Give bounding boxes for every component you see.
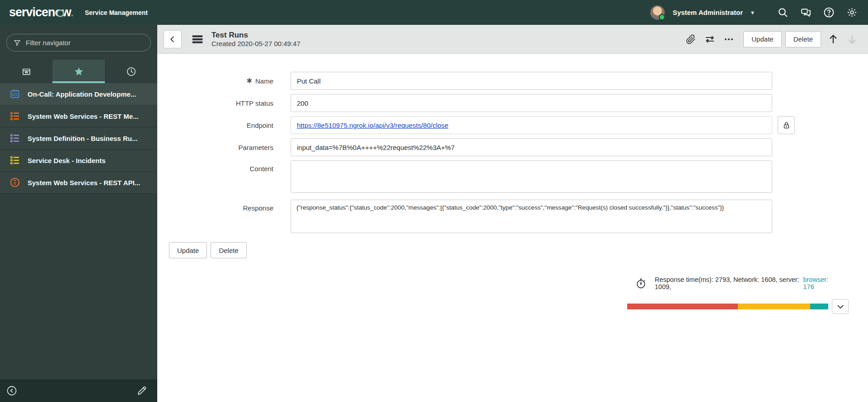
logo-o: o [55, 5, 62, 19]
sidebar-item-label: Service Desk - Incidents [28, 157, 106, 164]
sidebar-item-business-rules[interactable]: System Definition - Business Ru... [0, 127, 157, 150]
page-title: Test Runs [211, 30, 300, 40]
sidebar-item-label: System Web Services - REST API... [28, 179, 140, 187]
expand-timing-button[interactable] [832, 299, 849, 314]
list-icon [9, 110, 21, 122]
response-label: Response [243, 200, 273, 212]
tab-favorites[interactable] [52, 60, 105, 83]
pencil-icon[interactable] [136, 385, 147, 396]
user-menu[interactable]: System Administrator [673, 9, 743, 16]
endpoint-field: https://8e510975.ngrok.io/api/v3/request… [291, 116, 772, 134]
context-menu-button[interactable] [190, 32, 205, 47]
record-created-timestamp: Created 2020-05-27 00:49:47 [211, 40, 300, 48]
segment-server [738, 304, 810, 309]
attachment-icon[interactable] [684, 32, 698, 47]
list-icon [9, 132, 21, 144]
update-button[interactable]: Update [743, 31, 781, 47]
list-icon [9, 154, 21, 166]
content-field[interactable] [291, 160, 772, 193]
sidebar-footer [0, 379, 157, 402]
sidebar-tabs [0, 60, 157, 83]
avatar[interactable] [650, 5, 665, 20]
info-icon [9, 177, 21, 188]
chevron-down-icon [836, 303, 845, 311]
record-header: Test Runs Created 2020-05-27 00:49:47 Up… [157, 25, 868, 54]
stopwatch-icon [635, 278, 647, 289]
http-status-label: HTTP status [236, 99, 273, 107]
response-time-widget: Response time(ms): 2793, Network: 1608, … [627, 276, 849, 314]
product-name: Service Management [85, 9, 148, 16]
chevron-down-icon[interactable]: ▼ [750, 10, 755, 15]
help-icon[interactable] [823, 6, 835, 19]
box-icon [21, 66, 32, 77]
chevron-left-icon [169, 35, 177, 43]
name-label: ✱ Name [246, 77, 273, 85]
field-row-http-status: HTTP status [157, 94, 868, 112]
response-time-summary: Response time(ms): 2793, Network: 1608, … [627, 276, 849, 290]
sidebar-item-label: On-Call: Application Developme... [28, 90, 136, 98]
field-row-response: Response {"response_status":{"status_cod… [157, 200, 868, 233]
delete-button-bottom[interactable]: Delete [211, 242, 246, 258]
segment-network [627, 304, 738, 309]
response-field[interactable]: {"response_status":{"status_code":2000,"… [291, 200, 772, 233]
arrow-up-icon[interactable] [826, 33, 840, 46]
response-time-bar [627, 304, 828, 309]
servicenow-logo: servicenow. [9, 5, 73, 19]
logo-text: servicen [9, 5, 55, 19]
sidebar-item-rest-messages[interactable]: System Web Services - REST Me... [0, 105, 157, 127]
arrow-down-icon[interactable] [845, 33, 859, 46]
field-row-name: ✱ Name [157, 72, 868, 90]
topbar-right: System Administrator ▼ [650, 5, 858, 20]
sidebar-item-rest-api[interactable]: System Web Services - REST API... [0, 172, 157, 194]
lock-icon [783, 122, 790, 129]
sidebar-item-label: System Definition - Business Ru... [28, 135, 137, 142]
segment-browser [810, 304, 828, 309]
personalize-icon[interactable] [703, 32, 717, 47]
search-icon[interactable] [777, 6, 789, 19]
sidebar-item-label: System Web Services - REST Me... [28, 112, 139, 120]
collapse-sidebar-icon[interactable] [6, 385, 17, 396]
filter-navigator-input[interactable] [26, 39, 144, 47]
chat-icon[interactable] [800, 6, 812, 19]
http-status-field[interactable] [291, 94, 772, 112]
browser-time-link[interactable]: browser: 176 [803, 276, 838, 290]
form-actions: Update Delete [169, 242, 868, 258]
star-icon [74, 66, 84, 77]
name-field[interactable] [291, 72, 772, 90]
main-content: Test Runs Created 2020-05-27 00:49:47 Up… [157, 25, 868, 402]
required-icon: ✱ [246, 77, 252, 85]
hamburger-icon [191, 33, 204, 46]
tab-all-applications[interactable] [0, 60, 52, 83]
endpoint-label: Endpoint [247, 122, 273, 129]
parameters-label: Parameters [238, 144, 273, 151]
parameters-field[interactable] [291, 138, 772, 156]
sidebar-item-on-call[interactable]: On-Call: Application Developme... [0, 83, 157, 105]
back-button[interactable] [164, 30, 182, 48]
top-bar: servicenow. Service Management System Ad… [0, 0, 868, 25]
field-row-endpoint: Endpoint https://8e510975.ngrok.io/api/v… [157, 116, 868, 134]
unlock-endpoint-button[interactable] [778, 116, 795, 134]
field-row-content: Content [157, 160, 868, 193]
record-form: ✱ Name HTTP status Endpoint https://8e51… [157, 54, 868, 258]
servicenow-app: servicenow. Service Management System Ad… [0, 0, 868, 402]
sidebar: On-Call: Application Developme... System… [0, 25, 157, 402]
more-icon[interactable] [722, 32, 736, 47]
update-button-bottom[interactable]: Update [169, 242, 207, 258]
filter-navigator-box [6, 34, 151, 51]
endpoint-link[interactable]: https://8e510975.ngrok.io/api/v3/request… [297, 122, 448, 129]
response-time-text: Response time(ms): 2793, Network: 1608, … [655, 276, 802, 290]
field-row-parameters: Parameters [157, 138, 868, 156]
delete-button[interactable]: Delete [785, 31, 821, 47]
favorites-menu: On-Call: Application Developme... System… [0, 83, 157, 194]
content-label: Content [249, 160, 273, 173]
funnel-icon [13, 39, 21, 47]
sidebar-item-incidents[interactable]: Service Desk - Incidents [0, 150, 157, 172]
clock-icon [126, 66, 136, 77]
gear-icon[interactable] [846, 6, 858, 19]
calendar-icon [9, 88, 21, 100]
tab-history[interactable] [105, 60, 157, 83]
